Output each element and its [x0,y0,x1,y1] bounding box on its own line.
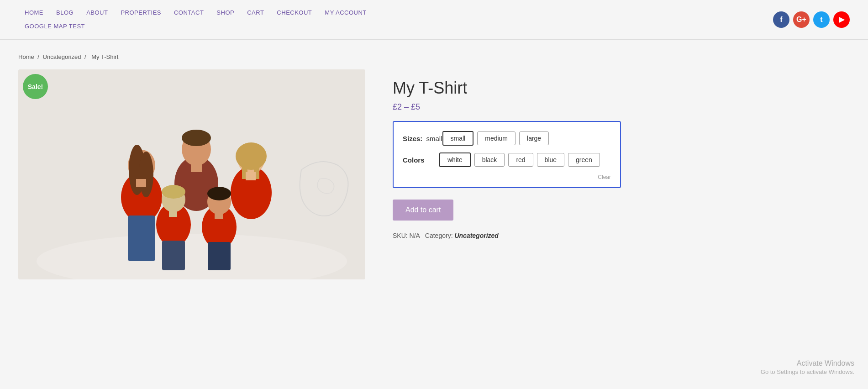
product-price: £2 – £5 [393,102,621,112]
color-green-button[interactable]: green [568,153,600,167]
svg-rect-5 [191,163,202,172]
svg-rect-17 [246,172,256,180]
category-value: Uncategorized [454,232,498,239]
sku-label: SKU: [393,232,408,239]
social-icons: f G+ t ▶ [773,11,850,28]
nav-row2: GOOGLE MAP TEST [18,21,773,32]
sizes-row: Sizes: small small medium large [403,131,611,146]
nav-contact[interactable]: CONTACT [168,7,210,18]
svg-point-25 [207,187,231,200]
breadcrumb-category[interactable]: Uncategorized [43,53,81,60]
sizes-label: Sizes: small [403,131,442,142]
nav-about[interactable]: ABOUT [80,7,114,18]
colors-row: Colors white black red blue green [403,152,611,167]
header: HOME BLOG ABOUT PROPERTIES CONTACT SHOP … [0,0,868,39]
sku-value: N/A [410,232,420,239]
product-image [18,69,365,279]
nav-cart[interactable]: CART [241,7,270,18]
nav-blog[interactable]: BLOG [50,7,80,18]
sizes-options: small medium large [442,131,549,146]
svg-rect-22 [162,241,185,270]
svg-point-9 [139,152,153,197]
twitter-icon[interactable]: t [813,11,830,28]
color-white-button[interactable]: white [439,152,471,167]
svg-point-4 [182,130,211,146]
nav-google-map-test[interactable]: GOOGLE MAP TEST [18,21,91,32]
main-content: Sale! [0,65,639,298]
family-svg [18,69,365,279]
nav-shop[interactable]: SHOP [210,7,241,18]
svg-rect-26 [215,212,223,219]
colors-options: white black red blue green [439,152,600,167]
variations-box: Sizes: small small medium large Colors w… [393,121,621,188]
size-small-button[interactable]: small [442,131,474,146]
product-image-area: Sale! [18,69,365,279]
size-medium-button[interactable]: medium [477,131,516,145]
nav-properties[interactable]: PROPERTIES [114,7,168,18]
svg-rect-27 [208,242,231,270]
header-divider [0,39,868,40]
svg-rect-11 [128,216,155,261]
nav-checkout[interactable]: CHECKOUT [270,7,318,18]
sale-badge: Sale! [23,74,48,99]
svg-point-20 [162,185,185,199]
nav-primary: HOME BLOG ABOUT PROPERTIES CONTACT SHOP … [18,7,373,18]
breadcrumb-home[interactable]: Home [18,53,34,60]
facebook-icon[interactable]: f [773,11,789,28]
add-to-cart-button[interactable]: Add to cart [393,200,453,221]
svg-rect-10 [136,179,146,187]
size-large-button[interactable]: large [519,131,549,145]
nav-row1: HOME BLOG ABOUT PROPERTIES CONTACT SHOP … [18,7,773,18]
product-meta: SKU: N/A Category: Uncategorized [393,232,621,239]
product-title: My T-Shirt [393,79,621,98]
youtube-icon[interactable]: ▶ [833,11,850,28]
breadcrumb-sep1: / [37,53,39,60]
google-plus-icon[interactable]: G+ [793,11,810,28]
nav-secondary: GOOGLE MAP TEST [18,21,91,32]
colors-label: Colors [403,152,439,164]
svg-point-14 [236,142,267,170]
breadcrumb-sep2: / [84,53,86,60]
color-red-button[interactable]: red [508,153,533,167]
breadcrumb: Home / Uncategorized / My T-Shirt [0,49,868,65]
color-black-button[interactable]: black [474,153,505,167]
svg-rect-21 [169,210,177,217]
nav-wrapper: HOME BLOG ABOUT PROPERTIES CONTACT SHOP … [18,7,773,32]
category-label: Category: [425,232,453,239]
clear-link[interactable]: Clear [598,174,611,180]
nav-home[interactable]: HOME [18,7,50,18]
color-blue-button[interactable]: blue [537,153,564,167]
nav-my-account[interactable]: MY ACCOUNT [318,7,373,18]
clear-row: Clear [403,174,611,180]
product-details: My T-Shirt £2 – £5 Sizes: small small me… [393,69,621,279]
breadcrumb-current: My T-Shirt [91,53,118,60]
sizes-selected-value: small [426,135,442,142]
